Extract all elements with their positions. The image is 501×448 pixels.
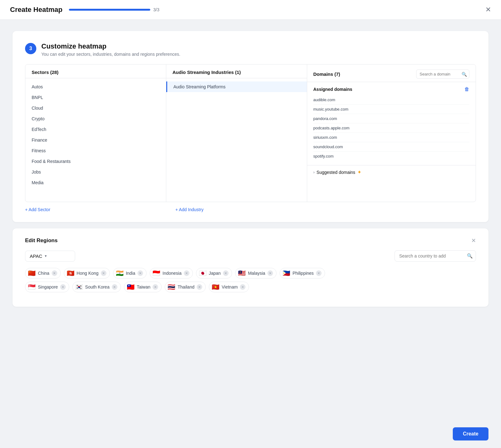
assigned-domains-header: Assigned domains 🗑 [313, 86, 470, 92]
main-content: 3 Customize heatmap You can edit your se… [0, 20, 501, 420]
industries-title: Audio Streaming Industries (1) [173, 70, 241, 75]
region-dropdown[interactable]: APAC ▾ [25, 251, 75, 262]
country-flag: 🇻🇳 [212, 284, 220, 290]
add-industry-wrap: + Add Industry [175, 207, 326, 212]
progress-bar-wrap: 3/3 [69, 7, 485, 12]
sector-item[interactable]: EdTech [25, 124, 166, 135]
chevron-right-icon: › [313, 170, 315, 175]
country-flag: 🇲🇾 [238, 270, 246, 276]
country-remove-button[interactable]: × [112, 284, 117, 290]
country-tag: 🇵🇭Philippines× [280, 268, 325, 279]
country-name: Thailand [178, 284, 194, 289]
add-sector-wrap: + Add Sector [25, 207, 175, 212]
add-industry-button[interactable]: + Add Industry [175, 207, 204, 212]
country-tag: 🇸🇬Singapore× [25, 282, 69, 292]
step-badge: 3 [25, 43, 36, 54]
trash-icon[interactable]: 🗑 [464, 86, 469, 92]
country-flag: 🇯🇵 [199, 270, 207, 276]
domain-item: soundcloud.com [313, 142, 470, 152]
sectors-column-header: Sectors (28) [25, 65, 166, 78]
region-selected-label: APAC [30, 253, 42, 259]
domain-item: audible.com [313, 95, 470, 105]
regions-header: Edit Regions ✕ [25, 237, 476, 244]
domain-item: podcasts.apple.com [313, 123, 470, 133]
country-remove-button[interactable]: × [184, 270, 189, 276]
assigned-domains-block: Assigned domains 🗑 audible.commusic.yout… [307, 82, 476, 165]
country-remove-button[interactable]: × [240, 284, 245, 290]
country-tag: 🇹🇭Thailand× [165, 282, 206, 292]
country-remove-button[interactable]: × [267, 270, 273, 276]
country-flag: 🇰🇷 [75, 284, 83, 290]
step-title: Customize heatmap [41, 42, 180, 50]
country-remove-button[interactable]: × [316, 270, 322, 276]
country-remove-button[interactable]: × [152, 284, 158, 290]
country-name: Taiwan [137, 284, 151, 289]
domains-column-header: Domains (7) 🔍 [307, 65, 476, 82]
regions-title: Edit Regions [25, 237, 58, 244]
country-flag: 🇮🇳 [116, 270, 124, 276]
columns-container: Sectors (28) AutosBNPLCloudCryptoEdTechF… [25, 64, 476, 202]
step-subtitle: You can edit your sectors, industries, d… [41, 52, 180, 57]
country-search-input[interactable] [395, 250, 476, 262]
country-flag: 🇨🇳 [28, 270, 36, 276]
sector-item[interactable]: Finance [25, 135, 166, 145]
country-tag: 🇯🇵Japan× [196, 268, 232, 279]
domain-search-wrap: 🔍 [416, 70, 469, 79]
country-name: Hong Kong [77, 271, 99, 276]
country-name: Singapore [38, 284, 58, 289]
country-flag: 🇹🇭 [168, 284, 175, 290]
industries-column-header: Audio Streaming Industries (1) [166, 65, 307, 78]
regions-close-button[interactable]: ✕ [471, 237, 476, 244]
industry-item[interactable]: Audio Streaming Platforms [166, 81, 307, 92]
sector-item[interactable]: Cloud [25, 103, 166, 113]
domain-search-input[interactable] [416, 70, 469, 79]
sector-item[interactable]: Crypto [25, 113, 166, 124]
domain-item: music.youtube.com [313, 105, 470, 114]
sectors-list: AutosBNPLCloudCryptoEdTechFinanceFitness… [25, 78, 166, 202]
step-header: 3 Customize heatmap You can edit your se… [25, 42, 476, 57]
country-tags-row-1: 🇨🇳China×🇭🇰Hong Kong×🇮🇳India×🇮🇩Indonesia×… [25, 268, 476, 279]
sector-item[interactable]: Fitness [25, 145, 166, 156]
sector-item[interactable]: BNPL [25, 92, 166, 103]
country-tag: 🇰🇷South Korea× [72, 282, 121, 292]
sectors-column: Sectors (28) AutosBNPLCloudCryptoEdTechF… [25, 65, 166, 202]
country-remove-button[interactable]: × [60, 284, 66, 290]
country-remove-button[interactable]: × [223, 270, 229, 276]
sector-item[interactable]: Food & Restaurants [25, 156, 166, 167]
sector-item[interactable]: Media [25, 177, 166, 188]
country-flag: 🇭🇰 [67, 270, 75, 276]
country-tag: 🇲🇾Malaysia× [235, 268, 276, 279]
chevron-down-icon: ▾ [45, 254, 47, 258]
add-sector-button[interactable]: + Add Sector [25, 207, 50, 212]
suggested-domains-row[interactable]: › Suggested domains ✦ [307, 165, 476, 179]
progress-bar-fill [69, 9, 150, 11]
progress-label: 3/3 [153, 7, 159, 12]
sector-item[interactable]: Jobs [25, 167, 166, 177]
country-remove-button[interactable]: × [101, 270, 106, 276]
regions-card: Edit Regions ✕ APAC ▾ 🔍 🇨🇳China×🇭🇰Hong K… [13, 228, 488, 307]
close-button[interactable]: ✕ [485, 6, 491, 13]
country-name: South Korea [85, 284, 110, 289]
create-button[interactable]: Create [453, 427, 488, 440]
country-tag: 🇹🇼Taiwan× [124, 282, 162, 292]
step-title-wrap: Customize heatmap You can edit your sect… [41, 42, 180, 57]
country-remove-button[interactable]: × [197, 284, 202, 290]
domain-item: pandora.com [313, 114, 470, 123]
add-links-row: + Add Sector + Add Industry [25, 207, 476, 212]
country-name: China [38, 271, 49, 276]
suggested-domains-label: Suggested domains [317, 170, 355, 175]
country-name: Malaysia [248, 271, 265, 276]
app-title: Create Heatmap [10, 6, 63, 14]
country-remove-button[interactable]: × [52, 270, 57, 276]
country-remove-button[interactable]: × [137, 270, 143, 276]
domains-list: audible.commusic.youtube.compandora.comp… [313, 95, 470, 161]
country-tag: 🇻🇳Vietnam× [209, 282, 249, 292]
country-flag: 🇮🇩 [152, 270, 160, 276]
sparkle-icon: ✦ [357, 169, 361, 175]
country-flag: 🇸🇬 [28, 284, 36, 290]
domains-column: Domains (7) 🔍 Assigned domains 🗑 audible… [307, 65, 476, 202]
country-name: Vietnam [222, 284, 238, 289]
country-tag: 🇨🇳China× [25, 268, 61, 279]
country-name: Indonesia [163, 271, 182, 276]
sector-item[interactable]: Autos [25, 81, 166, 92]
